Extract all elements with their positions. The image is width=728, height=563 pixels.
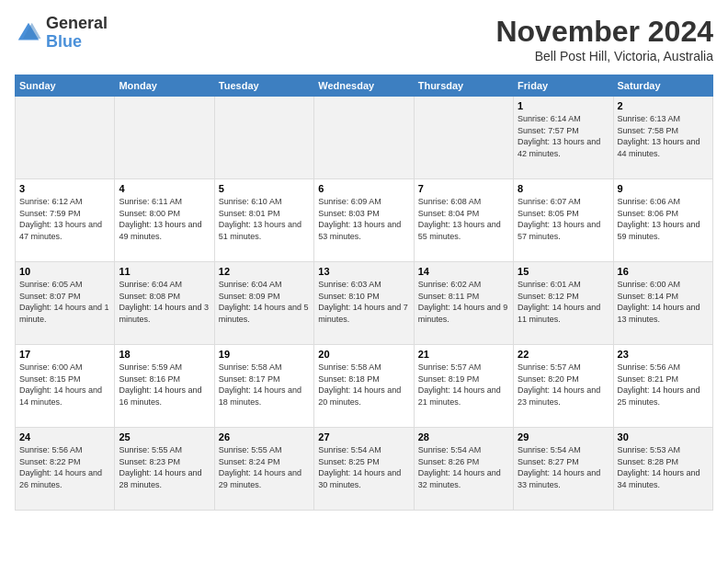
day-number: 29 bbox=[518, 431, 609, 442]
day-info: Sunrise: 5:54 AMSunset: 8:26 PMDaylight:… bbox=[418, 444, 509, 490]
week-row-2: 3Sunrise: 6:12 AMSunset: 7:59 PMDaylight… bbox=[16, 179, 713, 262]
day-info: Sunrise: 6:00 AMSunset: 8:14 PMDaylight:… bbox=[618, 279, 709, 325]
day-number: 25 bbox=[119, 431, 210, 442]
calendar-cell-2-4: 14Sunrise: 6:02 AMSunset: 8:11 PMDayligh… bbox=[414, 262, 513, 345]
day-number: 18 bbox=[119, 349, 210, 360]
day-info: Sunrise: 5:59 AMSunset: 8:16 PMDaylight:… bbox=[119, 362, 210, 408]
calendar-cell-0-4 bbox=[414, 97, 513, 179]
calendar-cell-0-0 bbox=[16, 97, 115, 179]
calendar-cell-3-6: 23Sunrise: 5:56 AMSunset: 8:21 PMDayligh… bbox=[613, 345, 712, 428]
day-number: 19 bbox=[219, 349, 310, 360]
day-info: Sunrise: 6:06 AMSunset: 8:06 PMDaylight:… bbox=[618, 196, 709, 242]
week-row-1: 1Sunrise: 6:14 AMSunset: 7:57 PMDaylight… bbox=[16, 97, 713, 179]
day-number: 26 bbox=[219, 431, 310, 442]
col-saturday: Saturday bbox=[613, 75, 712, 97]
day-number: 14 bbox=[418, 266, 509, 277]
week-row-3: 10Sunrise: 6:05 AMSunset: 8:07 PMDayligh… bbox=[16, 262, 713, 345]
day-number: 4 bbox=[119, 183, 210, 194]
day-number: 27 bbox=[318, 431, 409, 442]
day-info: Sunrise: 6:01 AMSunset: 8:12 PMDaylight:… bbox=[518, 279, 609, 325]
day-info: Sunrise: 5:57 AMSunset: 8:19 PMDaylight:… bbox=[418, 362, 509, 408]
day-number: 21 bbox=[418, 349, 509, 360]
calendar-cell-0-5: 1Sunrise: 6:14 AMSunset: 7:57 PMDaylight… bbox=[514, 97, 613, 179]
day-number: 16 bbox=[618, 266, 709, 277]
calendar-table: Sunday Monday Tuesday Wednesday Thursday… bbox=[15, 75, 713, 511]
day-info: Sunrise: 6:03 AMSunset: 8:10 PMDaylight:… bbox=[318, 279, 409, 325]
day-info: Sunrise: 6:04 AMSunset: 8:09 PMDaylight:… bbox=[219, 279, 310, 325]
calendar-cell-1-3: 6Sunrise: 6:09 AMSunset: 8:03 PMDaylight… bbox=[314, 179, 414, 262]
calendar-cell-1-1: 4Sunrise: 6:11 AMSunset: 8:00 PMDaylight… bbox=[115, 179, 214, 262]
day-info: Sunrise: 6:11 AMSunset: 8:00 PMDaylight:… bbox=[119, 196, 210, 242]
day-number: 1 bbox=[518, 100, 609, 111]
week-row-5: 24Sunrise: 5:56 AMSunset: 8:22 PMDayligh… bbox=[16, 428, 713, 511]
day-number: 7 bbox=[418, 183, 509, 194]
calendar-cell-1-0: 3Sunrise: 6:12 AMSunset: 7:59 PMDaylight… bbox=[16, 179, 115, 262]
calendar-cell-4-4: 28Sunrise: 5:54 AMSunset: 8:26 PMDayligh… bbox=[414, 428, 513, 511]
day-number: 20 bbox=[318, 349, 409, 360]
day-info: Sunrise: 5:55 AMSunset: 8:23 PMDaylight:… bbox=[119, 444, 210, 490]
col-wednesday: Wednesday bbox=[314, 75, 414, 97]
col-friday: Friday bbox=[514, 75, 613, 97]
logo-icon bbox=[15, 19, 42, 47]
col-sunday: Sunday bbox=[16, 75, 115, 97]
day-info: Sunrise: 5:54 AMSunset: 8:27 PMDaylight:… bbox=[518, 444, 609, 490]
day-number: 13 bbox=[318, 266, 409, 277]
calendar-cell-2-0: 10Sunrise: 6:05 AMSunset: 8:07 PMDayligh… bbox=[16, 262, 115, 345]
calendar-body: 1Sunrise: 6:14 AMSunset: 7:57 PMDaylight… bbox=[16, 97, 713, 511]
logo: GeneralBlue bbox=[15, 15, 108, 52]
day-info: Sunrise: 6:08 AMSunset: 8:04 PMDaylight:… bbox=[418, 196, 509, 242]
calendar-cell-1-4: 7Sunrise: 6:08 AMSunset: 8:04 PMDaylight… bbox=[414, 179, 513, 262]
calendar-cell-0-1 bbox=[115, 97, 214, 179]
day-info: Sunrise: 6:13 AMSunset: 7:58 PMDaylight:… bbox=[618, 113, 709, 159]
calendar-cell-2-2: 12Sunrise: 6:04 AMSunset: 8:09 PMDayligh… bbox=[214, 262, 313, 345]
logo-text: GeneralBlue bbox=[46, 15, 108, 52]
day-number: 17 bbox=[19, 349, 110, 360]
calendar-cell-0-6: 2Sunrise: 6:13 AMSunset: 7:58 PMDaylight… bbox=[613, 97, 712, 179]
calendar-cell-2-5: 15Sunrise: 6:01 AMSunset: 8:12 PMDayligh… bbox=[514, 262, 613, 345]
day-info: Sunrise: 5:56 AMSunset: 8:22 PMDaylight:… bbox=[19, 444, 110, 490]
day-number: 22 bbox=[518, 349, 609, 360]
calendar-cell-4-3: 27Sunrise: 5:54 AMSunset: 8:25 PMDayligh… bbox=[314, 428, 414, 511]
col-tuesday: Tuesday bbox=[214, 75, 313, 97]
calendar-cell-2-3: 13Sunrise: 6:03 AMSunset: 8:10 PMDayligh… bbox=[314, 262, 414, 345]
day-info: Sunrise: 6:10 AMSunset: 8:01 PMDaylight:… bbox=[219, 196, 310, 242]
calendar-cell-3-3: 20Sunrise: 5:58 AMSunset: 8:18 PMDayligh… bbox=[314, 345, 414, 428]
day-info: Sunrise: 6:05 AMSunset: 8:07 PMDaylight:… bbox=[19, 279, 110, 325]
calendar-cell-4-5: 29Sunrise: 5:54 AMSunset: 8:27 PMDayligh… bbox=[514, 428, 613, 511]
day-number: 2 bbox=[618, 100, 709, 111]
calendar-cell-1-2: 5Sunrise: 6:10 AMSunset: 8:01 PMDaylight… bbox=[214, 179, 313, 262]
day-number: 30 bbox=[618, 431, 709, 442]
day-number: 11 bbox=[119, 266, 210, 277]
week-row-4: 17Sunrise: 6:00 AMSunset: 8:15 PMDayligh… bbox=[16, 345, 713, 428]
calendar-cell-0-2 bbox=[214, 97, 313, 179]
day-info: Sunrise: 5:58 AMSunset: 8:18 PMDaylight:… bbox=[318, 362, 409, 408]
calendar-cell-4-2: 26Sunrise: 5:55 AMSunset: 8:24 PMDayligh… bbox=[214, 428, 313, 511]
col-monday: Monday bbox=[115, 75, 214, 97]
month-title: November 2024 bbox=[495, 15, 713, 49]
calendar-cell-3-5: 22Sunrise: 5:57 AMSunset: 8:20 PMDayligh… bbox=[514, 345, 613, 428]
calendar-cell-2-1: 11Sunrise: 6:04 AMSunset: 8:08 PMDayligh… bbox=[115, 262, 214, 345]
day-number: 3 bbox=[19, 183, 110, 194]
calendar-cell-2-6: 16Sunrise: 6:00 AMSunset: 8:14 PMDayligh… bbox=[613, 262, 712, 345]
day-info: Sunrise: 6:00 AMSunset: 8:15 PMDaylight:… bbox=[19, 362, 110, 408]
day-number: 12 bbox=[219, 266, 310, 277]
calendar-cell-3-0: 17Sunrise: 6:00 AMSunset: 8:15 PMDayligh… bbox=[16, 345, 115, 428]
day-info: Sunrise: 6:09 AMSunset: 8:03 PMDaylight:… bbox=[318, 196, 409, 242]
calendar-cell-3-4: 21Sunrise: 5:57 AMSunset: 8:19 PMDayligh… bbox=[414, 345, 513, 428]
day-number: 10 bbox=[19, 266, 110, 277]
day-number: 23 bbox=[618, 349, 709, 360]
day-number: 28 bbox=[418, 431, 509, 442]
calendar-cell-3-1: 18Sunrise: 5:59 AMSunset: 8:16 PMDayligh… bbox=[115, 345, 214, 428]
day-number: 5 bbox=[219, 183, 310, 194]
calendar-cell-0-3 bbox=[314, 97, 414, 179]
day-info: Sunrise: 6:12 AMSunset: 7:59 PMDaylight:… bbox=[19, 196, 110, 242]
day-info: Sunrise: 5:58 AMSunset: 8:17 PMDaylight:… bbox=[219, 362, 310, 408]
calendar-cell-4-0: 24Sunrise: 5:56 AMSunset: 8:22 PMDayligh… bbox=[16, 428, 115, 511]
calendar-cell-3-2: 19Sunrise: 5:58 AMSunset: 8:17 PMDayligh… bbox=[214, 345, 313, 428]
calendar-cell-1-6: 9Sunrise: 6:06 AMSunset: 8:06 PMDaylight… bbox=[613, 179, 712, 262]
calendar-cell-4-1: 25Sunrise: 5:55 AMSunset: 8:23 PMDayligh… bbox=[115, 428, 214, 511]
header: GeneralBlue November 2024 Bell Post Hill… bbox=[15, 15, 713, 63]
calendar-cell-1-5: 8Sunrise: 6:07 AMSunset: 8:05 PMDaylight… bbox=[514, 179, 613, 262]
day-info: Sunrise: 6:14 AMSunset: 7:57 PMDaylight:… bbox=[518, 113, 609, 159]
day-info: Sunrise: 6:02 AMSunset: 8:11 PMDaylight:… bbox=[418, 279, 509, 325]
